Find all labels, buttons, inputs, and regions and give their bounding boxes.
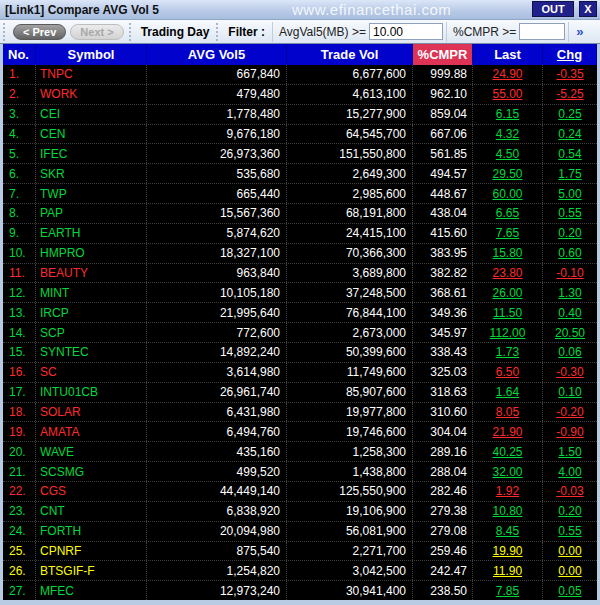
prev-button[interactable]: < Prev bbox=[13, 24, 66, 40]
cell-cmpr: 448.67 bbox=[413, 184, 473, 203]
cell-no: 9. bbox=[3, 224, 36, 243]
cell-chg: 5.00 bbox=[543, 184, 597, 203]
cell-trade-vol: 19,977,800 bbox=[287, 403, 413, 422]
cell-avg-vol5: 479,480 bbox=[147, 85, 287, 104]
cell-avg-vol5: 20,094,980 bbox=[147, 522, 287, 541]
table-row[interactable]: 6. SKR 535,680 2,649,300 494.57 29.50 1.… bbox=[3, 164, 597, 184]
cell-symbol: CEN bbox=[36, 125, 147, 144]
cell-trade-vol: 2,673,000 bbox=[287, 323, 413, 342]
cell-no: 27. bbox=[3, 581, 36, 600]
cell-chg: 0.55 bbox=[543, 204, 597, 223]
cell-no: 6. bbox=[3, 164, 36, 183]
cell-last: 6.50 bbox=[473, 363, 543, 382]
table-row[interactable]: 1. TNPC 667,840 6,677,600 999.88 24.90 -… bbox=[3, 65, 597, 85]
table-row[interactable]: 9. EARTH 5,874,620 24,415,100 415.60 7.6… bbox=[3, 224, 597, 244]
cell-trade-vol: 19,106,900 bbox=[287, 502, 413, 521]
cell-symbol: PAP bbox=[36, 204, 147, 223]
column-header-symbol[interactable]: Symbol bbox=[36, 44, 147, 65]
cell-no: 1. bbox=[3, 65, 36, 84]
out-button[interactable]: OUT bbox=[532, 1, 574, 17]
cell-symbol: WAVE bbox=[36, 442, 147, 461]
cell-cmpr: 368.61 bbox=[413, 283, 473, 302]
cell-trade-vol: 30,941,400 bbox=[287, 581, 413, 600]
table-row[interactable]: 23. CNT 6,838,920 19,106,900 279.38 10.8… bbox=[3, 502, 597, 522]
cell-no: 18. bbox=[3, 403, 36, 422]
table-row[interactable]: 16. SC 3,614,980 11,749,600 325.03 6.50 … bbox=[3, 363, 597, 383]
cell-no: 2. bbox=[3, 85, 36, 104]
cell-cmpr: 383.95 bbox=[413, 244, 473, 263]
cell-cmpr: 238.50 bbox=[413, 581, 473, 600]
cell-cmpr: 282.46 bbox=[413, 482, 473, 501]
cell-last: 1.64 bbox=[473, 383, 543, 402]
cell-symbol: SC bbox=[36, 363, 147, 382]
table-row[interactable]: 22. CGS 44,449,140 125,550,900 282.46 1.… bbox=[3, 482, 597, 502]
column-header-trade-vol[interactable]: Trade Vol bbox=[287, 44, 413, 65]
table-row[interactable]: 14. SCP 772,600 2,673,000 345.97 112.00 … bbox=[3, 323, 597, 343]
table-row[interactable]: 11. BEAUTY 963,840 3,689,800 382.82 23.8… bbox=[3, 264, 597, 284]
chevron-more-icon[interactable]: » bbox=[576, 24, 583, 39]
cell-last: 1.92 bbox=[473, 482, 543, 501]
cell-symbol: WORK bbox=[36, 85, 147, 104]
cell-cmpr: 279.38 bbox=[413, 502, 473, 521]
table-row[interactable]: 15. SYNTEC 14,892,240 50,399,600 338.43 … bbox=[3, 343, 597, 363]
table-row[interactable]: 24. FORTH 20,094,980 56,081,900 279.08 8… bbox=[3, 522, 597, 542]
cell-chg: -0.03 bbox=[543, 482, 597, 501]
next-button[interactable]: Next > bbox=[70, 24, 123, 40]
table-row[interactable]: 7. TWP 665,440 2,985,600 448.67 60.00 5.… bbox=[3, 184, 597, 204]
cell-last: 60.00 bbox=[473, 184, 543, 203]
cell-last: 55.00 bbox=[473, 85, 543, 104]
cell-avg-vol5: 12,973,240 bbox=[147, 581, 287, 600]
cell-avg-vol5: 772,600 bbox=[147, 323, 287, 342]
cell-no: 21. bbox=[3, 462, 36, 481]
cell-symbol: EARTH bbox=[36, 224, 147, 243]
cell-cmpr: 561.85 bbox=[413, 144, 473, 163]
cell-symbol: MFEC bbox=[36, 581, 147, 600]
cell-symbol: MINT bbox=[36, 283, 147, 302]
cell-avg-vol5: 26,961,740 bbox=[147, 383, 287, 402]
cell-last: 29.50 bbox=[473, 164, 543, 183]
column-header-no[interactable]: No. bbox=[3, 44, 36, 65]
table-row[interactable]: 3. CEI 1,778,480 15,277,900 859.04 6.15 … bbox=[3, 105, 597, 125]
cell-avg-vol5: 21,995,640 bbox=[147, 303, 287, 322]
compare-avg-vol-window: [Link1] Compare AVG Vol 5 www.efinanceth… bbox=[0, 0, 600, 605]
table-row[interactable]: 2. WORK 479,480 4,613,100 962.10 55.00 -… bbox=[3, 85, 597, 105]
column-header-cmpr[interactable]: %CMPR bbox=[413, 44, 473, 65]
cell-symbol: SOLAR bbox=[36, 403, 147, 422]
close-icon[interactable]: X bbox=[579, 1, 597, 17]
table-row[interactable]: 4. CEN 9,676,180 64,545,700 667.06 4.32 … bbox=[3, 125, 597, 145]
table-row[interactable]: 19. AMATA 6,494,760 19,746,600 304.04 21… bbox=[3, 422, 597, 442]
column-header-avg-vol5[interactable]: AVG Vol5 bbox=[147, 44, 287, 65]
table-row[interactable]: 8. PAP 15,567,360 68,191,800 438.04 6.65… bbox=[3, 204, 597, 224]
cell-trade-vol: 24,415,100 bbox=[287, 224, 413, 243]
cell-symbol: CNT bbox=[36, 502, 147, 521]
avgval-filter-input[interactable] bbox=[369, 23, 443, 40]
table-row[interactable]: 17. INTU01CB 26,961,740 85,907,600 318.6… bbox=[3, 383, 597, 403]
cell-last: 10.80 bbox=[473, 502, 543, 521]
cell-cmpr: 962.10 bbox=[413, 85, 473, 104]
cell-cmpr: 494.57 bbox=[413, 164, 473, 183]
cell-avg-vol5: 6,431,980 bbox=[147, 403, 287, 422]
table-row[interactable]: 27. MFEC 12,973,240 30,941,400 238.50 7.… bbox=[3, 581, 597, 600]
cell-chg: 0.05 bbox=[543, 581, 597, 600]
table-row[interactable]: 12. MINT 10,105,180 37,248,500 368.61 26… bbox=[3, 283, 597, 303]
table-row[interactable]: 10. HMPRO 18,327,100 70,366,300 383.95 1… bbox=[3, 244, 597, 264]
table-row[interactable]: 20. WAVE 435,160 1,258,300 289.16 40.25 … bbox=[3, 442, 597, 462]
cell-symbol: TWP bbox=[36, 184, 147, 203]
cell-avg-vol5: 665,440 bbox=[147, 184, 287, 203]
table-row[interactable]: 26. BTSGIF-F 1,254,820 3,042,500 242.47 … bbox=[3, 561, 597, 581]
cmpr-filter-input[interactable] bbox=[519, 23, 565, 40]
table-row[interactable]: 5. IFEC 26,973,360 151,550,800 561.85 4.… bbox=[3, 144, 597, 164]
cell-symbol: SCP bbox=[36, 323, 147, 342]
cell-last: 19.90 bbox=[473, 542, 543, 561]
cell-chg: 0.06 bbox=[543, 343, 597, 362]
column-header-last[interactable]: Last bbox=[473, 44, 543, 65]
table-row[interactable]: 18. SOLAR 6,431,980 19,977,800 310.60 8.… bbox=[3, 403, 597, 423]
cell-trade-vol: 64,545,700 bbox=[287, 125, 413, 144]
table-row[interactable]: 25. CPNRF 875,540 2,271,700 259.46 19.90… bbox=[3, 542, 597, 562]
cell-last: 11.90 bbox=[473, 561, 543, 580]
table-row[interactable]: 21. SCSMG 499,520 1,438,800 288.04 32.00… bbox=[3, 462, 597, 482]
column-header-chg[interactable]: Chg bbox=[543, 44, 597, 65]
toolbar-grip bbox=[216, 23, 221, 41]
table-row[interactable]: 13. IRCP 21,995,640 76,844,100 349.36 11… bbox=[3, 303, 597, 323]
cell-chg: 0.55 bbox=[543, 522, 597, 541]
